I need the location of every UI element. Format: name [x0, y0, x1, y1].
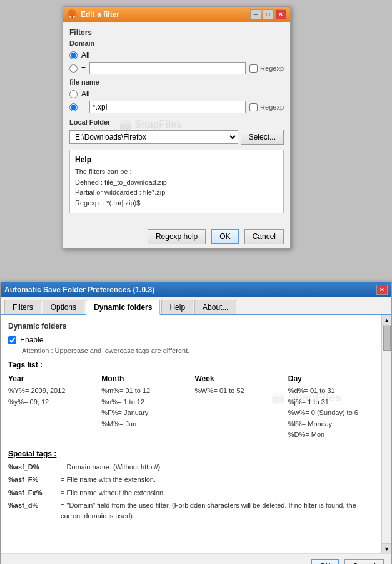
tag-asf-Fx: %asf_Fx%	[8, 488, 58, 498]
scrollbar[interactable]: ▲ ▼	[381, 315, 391, 553]
special-tags-header: Special tags :	[8, 449, 376, 458]
month-entry-3: %F%= January	[101, 408, 189, 419]
help-line-2: Defined : file_to_download.zip	[75, 177, 278, 188]
minimize-button[interactable]: ─	[250, 9, 261, 19]
select-folder-button[interactable]: Select...	[241, 130, 284, 145]
day-entry-1: %d%= 01 to 31	[288, 386, 376, 397]
day-entry-5: %D%= Mon	[288, 429, 376, 441]
domain-all-radio[interactable]	[69, 51, 78, 59]
enable-checkbox[interactable]	[8, 336, 16, 344]
domain-label: Domain	[69, 39, 284, 47]
filename-all-label: All	[81, 90, 89, 98]
prefs-cancel-button[interactable]: Cancel	[344, 559, 384, 564]
prefs-dialog-title: Automatic Save Folder Preferences (1.0.3…	[4, 285, 154, 294]
tabs-bar: Filters Options Dynamic folders Help Abo…	[1, 297, 391, 315]
enable-row: Enable	[8, 336, 376, 344]
tab-dynamic-folders[interactable]: Dynamic folders	[86, 300, 160, 315]
filename-regexp-checkbox[interactable]	[249, 103, 258, 111]
tags-grid: Year %Y%= 2009, 2012 %y%= 09, 12 Month %…	[8, 374, 376, 441]
filter-dialog-title: Edit a filter	[81, 10, 119, 19]
year-column: Year %Y%= 2009, 2012 %y%= 09, 12	[8, 374, 96, 441]
day-entry-3: %w%= 0 (Sunday) to 6	[288, 408, 376, 419]
day-entry-4: %l%= Monday	[288, 419, 376, 430]
filename-regexp-label: Regexp	[260, 103, 284, 111]
tab-filters[interactable]: Filters	[4, 300, 41, 314]
prefs-dialog: Automatic Save Folder Preferences (1.0.3…	[0, 282, 392, 564]
special-tag-1: %asf_D% = Domain name. (Without http://)	[8, 462, 376, 473]
tab-help[interactable]: Help	[161, 300, 193, 314]
domain-all-label: All	[81, 51, 89, 59]
firefox-icon: 🦊	[67, 9, 77, 19]
tags-list-label: Tags list :	[8, 361, 376, 369]
scroll-up-button[interactable]: ▲	[382, 315, 391, 326]
day-entry-2: %j%= 1 to 31	[288, 397, 376, 408]
special-tags-section: Special tags : %asf_D% = Domain name. (W…	[8, 449, 376, 521]
year-header: Year	[8, 374, 96, 383]
day-column: Day %d%= 01 to 31 %j%= 1 to 31 %w%= 0 (S…	[288, 374, 376, 441]
help-box: Help The filters can be : Defined : file…	[69, 150, 284, 213]
prefs-ok-button[interactable]: OK	[311, 559, 339, 564]
cancel-button[interactable]: Cancel	[244, 229, 284, 244]
special-tag-4: %asf_d% = "Domain" field from the used f…	[8, 500, 376, 521]
tab-about[interactable]: About...	[194, 300, 236, 314]
year-entry-2: %y%= 09, 12	[8, 397, 96, 408]
filename-text-input[interactable]	[89, 101, 246, 113]
prefs-close-button[interactable]: ✕	[376, 285, 388, 295]
month-entry-4: %M%= Jan	[101, 419, 189, 430]
folder-path-select[interactable]: E:\Downloads\Firefox	[69, 130, 238, 144]
prefs-dialog-titlebar: Automatic Save Folder Preferences (1.0.3…	[1, 282, 391, 297]
filter-dialog-controls: ─ □ ✕	[250, 9, 286, 19]
filename-all-radio[interactable]	[69, 90, 78, 98]
domain-regexp-label: Regexp	[260, 64, 284, 72]
prefs-content: Dynamic folders Enable Attention : Upper…	[1, 315, 391, 553]
filename-label: file name	[69, 78, 284, 86]
month-entry-2: %n%= 1 to 12	[101, 397, 189, 408]
scroll-thumb[interactable]	[383, 326, 391, 351]
domain-regexp-checkbox[interactable]	[249, 64, 258, 73]
local-folder-label: Local Folder	[69, 118, 284, 126]
month-column: Month %m%= 01 to 12 %n%= 1 to 12 %F%= Ja…	[101, 374, 189, 441]
tag-asf-D: %asf_D%	[8, 462, 58, 473]
filter-dialog-titlebar: 🦊 Edit a filter ─ □ ✕	[63, 7, 290, 22]
domain-text-input[interactable]	[89, 62, 246, 74]
attention-text: Attention : Uppercase and lowercase tags…	[22, 347, 376, 354]
day-header: Day	[288, 374, 376, 383]
scroll-down-button[interactable]: ▼	[382, 543, 391, 553]
prefs-footer: OK Cancel	[1, 553, 391, 564]
prefs-title-controls: ✕	[376, 285, 388, 295]
week-column: Week %W%= 01 to 52	[195, 374, 283, 441]
regexp-help-button[interactable]: Regexp help	[148, 229, 206, 244]
domain-equals-label: =	[81, 64, 86, 73]
ok-button[interactable]: OK	[211, 229, 239, 244]
filters-label: Filters	[69, 28, 284, 37]
dynamic-folders-title: Dynamic folders	[8, 322, 376, 331]
year-entry-1: %Y%= 2009, 2012	[8, 386, 96, 397]
close-button[interactable]: ✕	[275, 9, 286, 19]
filter-dialog-footer: Regexp help OK Cancel	[63, 225, 290, 248]
special-tag-3: %asf_Fx% = File name without the extensi…	[8, 488, 376, 498]
filename-equals-radio[interactable]	[69, 103, 78, 111]
tag-asf-F: %asf_F%	[8, 474, 58, 485]
help-title: Help	[75, 155, 278, 164]
week-entry-1: %W%= 01 to 52	[195, 386, 283, 397]
filename-equals-label: =	[81, 103, 86, 111]
week-header: Week	[195, 374, 283, 383]
help-line-3: Partial or wildcarded : file*.zip	[75, 187, 278, 198]
tab-options[interactable]: Options	[43, 300, 84, 314]
prefs-content-area: Dynamic folders Enable Attention : Upper…	[1, 315, 391, 553]
help-line-1: The filters can be :	[75, 167, 278, 177]
edit-filter-dialog: 🦊 Edit a filter ─ □ ✕ Filters Domain All…	[63, 6, 291, 249]
help-line-4: Regexp. : *(.rar|.zip)$	[75, 198, 278, 208]
maximize-button[interactable]: □	[263, 9, 274, 19]
month-entry-1: %m%= 01 to 12	[101, 386, 189, 397]
tag-asf-d: %asf_d%	[8, 500, 58, 521]
month-header: Month	[101, 374, 189, 383]
domain-equals-radio[interactable]	[69, 64, 78, 73]
enable-label: Enable	[20, 336, 43, 344]
special-tag-2: %asf_F% = File name with the extension.	[8, 474, 376, 485]
